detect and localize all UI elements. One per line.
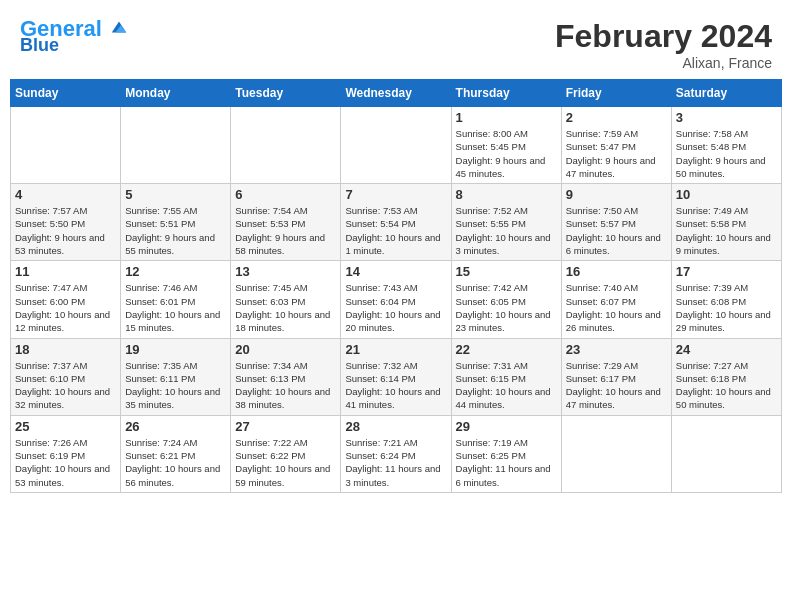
calendar-cell: 8Sunrise: 7:52 AMSunset: 5:55 PMDaylight… [451,184,561,261]
calendar: SundayMondayTuesdayWednesdayThursdayFrid… [10,79,782,493]
calendar-cell: 13Sunrise: 7:45 AMSunset: 6:03 PMDayligh… [231,261,341,338]
calendar-week-3: 11Sunrise: 7:47 AMSunset: 6:00 PMDayligh… [11,261,782,338]
calendar-week-2: 4Sunrise: 7:57 AMSunset: 5:50 PMDaylight… [11,184,782,261]
day-info: Sunrise: 7:34 AMSunset: 6:13 PMDaylight:… [235,359,336,412]
calendar-cell: 16Sunrise: 7:40 AMSunset: 6:07 PMDayligh… [561,261,671,338]
calendar-cell: 17Sunrise: 7:39 AMSunset: 6:08 PMDayligh… [671,261,781,338]
calendar-cell: 28Sunrise: 7:21 AMSunset: 6:24 PMDayligh… [341,415,451,492]
day-info: Sunrise: 7:35 AMSunset: 6:11 PMDaylight:… [125,359,226,412]
weekday-header-tuesday: Tuesday [231,80,341,107]
calendar-cell [11,107,121,184]
calendar-cell: 29Sunrise: 7:19 AMSunset: 6:25 PMDayligh… [451,415,561,492]
day-number: 27 [235,419,336,434]
weekday-header-wednesday: Wednesday [341,80,451,107]
day-number: 18 [15,342,116,357]
calendar-cell: 4Sunrise: 7:57 AMSunset: 5:50 PMDaylight… [11,184,121,261]
day-info: Sunrise: 7:19 AMSunset: 6:25 PMDaylight:… [456,436,557,489]
day-number: 4 [15,187,116,202]
calendar-week-5: 25Sunrise: 7:26 AMSunset: 6:19 PMDayligh… [11,415,782,492]
day-number: 20 [235,342,336,357]
day-info: Sunrise: 7:46 AMSunset: 6:01 PMDaylight:… [125,281,226,334]
logo: General Blue [20,18,128,54]
day-number: 5 [125,187,226,202]
calendar-cell: 5Sunrise: 7:55 AMSunset: 5:51 PMDaylight… [121,184,231,261]
calendar-cell: 22Sunrise: 7:31 AMSunset: 6:15 PMDayligh… [451,338,561,415]
calendar-cell: 26Sunrise: 7:24 AMSunset: 6:21 PMDayligh… [121,415,231,492]
day-info: Sunrise: 7:29 AMSunset: 6:17 PMDaylight:… [566,359,667,412]
day-info: Sunrise: 7:32 AMSunset: 6:14 PMDaylight:… [345,359,446,412]
day-info: Sunrise: 7:40 AMSunset: 6:07 PMDaylight:… [566,281,667,334]
day-number: 16 [566,264,667,279]
day-number: 1 [456,110,557,125]
weekday-header-friday: Friday [561,80,671,107]
calendar-cell: 25Sunrise: 7:26 AMSunset: 6:19 PMDayligh… [11,415,121,492]
day-info: Sunrise: 7:52 AMSunset: 5:55 PMDaylight:… [456,204,557,257]
day-number: 21 [345,342,446,357]
day-number: 14 [345,264,446,279]
day-info: Sunrise: 7:42 AMSunset: 6:05 PMDaylight:… [456,281,557,334]
day-info: Sunrise: 7:55 AMSunset: 5:51 PMDaylight:… [125,204,226,257]
day-info: Sunrise: 7:37 AMSunset: 6:10 PMDaylight:… [15,359,116,412]
calendar-cell: 11Sunrise: 7:47 AMSunset: 6:00 PMDayligh… [11,261,121,338]
day-info: Sunrise: 7:31 AMSunset: 6:15 PMDaylight:… [456,359,557,412]
calendar-cell: 1Sunrise: 8:00 AMSunset: 5:45 PMDaylight… [451,107,561,184]
calendar-cell: 6Sunrise: 7:54 AMSunset: 5:53 PMDaylight… [231,184,341,261]
page-header: General Blue February 2024 Alixan, Franc… [10,10,782,75]
calendar-cell [341,107,451,184]
calendar-cell: 18Sunrise: 7:37 AMSunset: 6:10 PMDayligh… [11,338,121,415]
calendar-cell: 15Sunrise: 7:42 AMSunset: 6:05 PMDayligh… [451,261,561,338]
day-number: 29 [456,419,557,434]
day-info: Sunrise: 7:45 AMSunset: 6:03 PMDaylight:… [235,281,336,334]
calendar-cell: 19Sunrise: 7:35 AMSunset: 6:11 PMDayligh… [121,338,231,415]
calendar-cell [231,107,341,184]
calendar-cell: 21Sunrise: 7:32 AMSunset: 6:14 PMDayligh… [341,338,451,415]
day-number: 28 [345,419,446,434]
weekday-header-sunday: Sunday [11,80,121,107]
day-number: 7 [345,187,446,202]
logo-icon [110,18,128,36]
calendar-cell [561,415,671,492]
day-number: 8 [456,187,557,202]
day-number: 10 [676,187,777,202]
calendar-cell: 7Sunrise: 7:53 AMSunset: 5:54 PMDaylight… [341,184,451,261]
day-number: 13 [235,264,336,279]
calendar-cell: 2Sunrise: 7:59 AMSunset: 5:47 PMDaylight… [561,107,671,184]
calendar-cell: 20Sunrise: 7:34 AMSunset: 6:13 PMDayligh… [231,338,341,415]
day-info: Sunrise: 7:39 AMSunset: 6:08 PMDaylight:… [676,281,777,334]
calendar-cell [121,107,231,184]
day-info: Sunrise: 7:22 AMSunset: 6:22 PMDaylight:… [235,436,336,489]
calendar-week-4: 18Sunrise: 7:37 AMSunset: 6:10 PMDayligh… [11,338,782,415]
title-block: February 2024 Alixan, France [555,18,772,71]
weekday-header-monday: Monday [121,80,231,107]
calendar-cell: 12Sunrise: 7:46 AMSunset: 6:01 PMDayligh… [121,261,231,338]
day-info: Sunrise: 7:49 AMSunset: 5:58 PMDaylight:… [676,204,777,257]
day-info: Sunrise: 7:53 AMSunset: 5:54 PMDaylight:… [345,204,446,257]
weekday-header-saturday: Saturday [671,80,781,107]
calendar-cell [671,415,781,492]
calendar-week-1: 1Sunrise: 8:00 AMSunset: 5:45 PMDaylight… [11,107,782,184]
day-info: Sunrise: 7:21 AMSunset: 6:24 PMDaylight:… [345,436,446,489]
calendar-cell: 27Sunrise: 7:22 AMSunset: 6:22 PMDayligh… [231,415,341,492]
day-number: 19 [125,342,226,357]
day-info: Sunrise: 7:27 AMSunset: 6:18 PMDaylight:… [676,359,777,412]
day-number: 15 [456,264,557,279]
day-info: Sunrise: 7:54 AMSunset: 5:53 PMDaylight:… [235,204,336,257]
day-number: 6 [235,187,336,202]
day-info: Sunrise: 7:59 AMSunset: 5:47 PMDaylight:… [566,127,667,180]
day-info: Sunrise: 8:00 AMSunset: 5:45 PMDaylight:… [456,127,557,180]
day-info: Sunrise: 7:57 AMSunset: 5:50 PMDaylight:… [15,204,116,257]
day-number: 12 [125,264,226,279]
day-info: Sunrise: 7:58 AMSunset: 5:48 PMDaylight:… [676,127,777,180]
weekday-header-row: SundayMondayTuesdayWednesdayThursdayFrid… [11,80,782,107]
calendar-cell: 3Sunrise: 7:58 AMSunset: 5:48 PMDaylight… [671,107,781,184]
day-info: Sunrise: 7:50 AMSunset: 5:57 PMDaylight:… [566,204,667,257]
day-number: 22 [456,342,557,357]
calendar-cell: 14Sunrise: 7:43 AMSunset: 6:04 PMDayligh… [341,261,451,338]
weekday-header-thursday: Thursday [451,80,561,107]
calendar-cell: 24Sunrise: 7:27 AMSunset: 6:18 PMDayligh… [671,338,781,415]
month-title: February 2024 [555,18,772,55]
day-number: 9 [566,187,667,202]
day-number: 26 [125,419,226,434]
day-number: 17 [676,264,777,279]
day-info: Sunrise: 7:43 AMSunset: 6:04 PMDaylight:… [345,281,446,334]
